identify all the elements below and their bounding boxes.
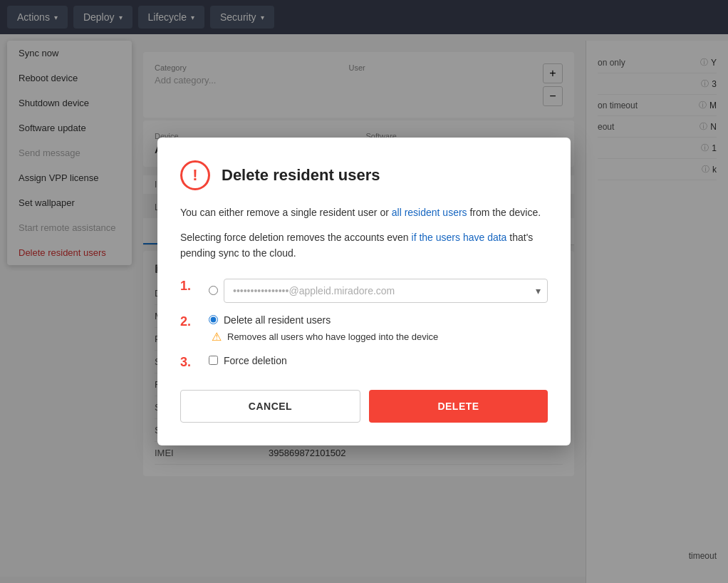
warning-row: ⚠ Removes all users who have logged into… xyxy=(209,330,548,344)
step-3-content: Force deletion xyxy=(209,355,548,366)
force-deletion-option-row: Force deletion xyxy=(209,355,548,366)
step-3-number: 3. xyxy=(180,355,200,370)
modal-header: ! Delete resident users xyxy=(180,160,548,190)
user-select-dropdown[interactable]: ••••••••••••••••@appleid.miradore.com xyxy=(224,279,548,303)
delete-button[interactable]: DELETE xyxy=(369,390,548,423)
user-select-wrapper: ••••••••••••••••@appleid.miradore.com ▾ xyxy=(224,279,548,303)
warning-triangle-icon: ⚠ xyxy=(212,330,222,344)
step-3-container: 3. Force deletion xyxy=(180,355,548,370)
step-1-option-row: ••••••••••••••••@appleid.miradore.com ▾ xyxy=(209,279,548,303)
delete-resident-modal: ! Delete resident users You can either r… xyxy=(157,138,571,445)
modal-warning-icon: ! xyxy=(180,160,210,190)
step-1-container: 1. ••••••••••••••••@appleid.miradore.com… xyxy=(180,279,548,303)
modal-description-1: You can either remove a single resident … xyxy=(180,205,548,220)
step-2-content: Delete all resident users ⚠ Removes all … xyxy=(209,314,548,344)
step-2-number: 2. xyxy=(180,314,200,329)
force-deletion-checkbox[interactable] xyxy=(209,356,218,365)
warning-text: Removes all users who have logged into t… xyxy=(227,331,438,342)
step-2-container: 2. Delete all resident users ⚠ Removes a… xyxy=(180,314,548,344)
modal-title: Delete resident users xyxy=(222,166,380,185)
force-deletion-link: if the users have data xyxy=(412,232,507,243)
force-deletion-label: Force deletion xyxy=(224,355,287,366)
step-1-number: 1. xyxy=(180,279,200,294)
modal-actions: CANCEL DELETE xyxy=(180,390,548,423)
step-1-content: ••••••••••••••••@appleid.miradore.com ▾ xyxy=(209,279,548,303)
delete-all-option-row: Delete all resident users xyxy=(209,314,548,326)
all-resident-users-link: all resident users xyxy=(392,207,467,218)
cancel-button[interactable]: CANCEL xyxy=(180,390,360,423)
delete-all-radio[interactable] xyxy=(209,315,218,324)
delete-all-label: Delete all resident users xyxy=(224,314,331,326)
modal-description-2: Selecting force deletion removes the acc… xyxy=(180,229,548,262)
modal-overlay[interactable]: ! Delete resident users You can either r… xyxy=(0,0,728,583)
single-user-radio[interactable] xyxy=(209,286,218,295)
